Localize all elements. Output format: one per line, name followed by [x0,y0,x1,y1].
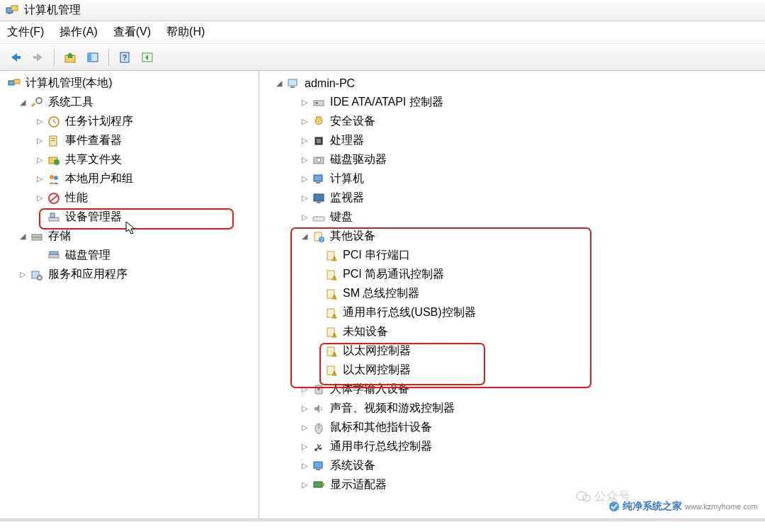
expand-arrow-icon[interactable]: ▷ [299,422,310,434]
tree-system-devices[interactable]: ▷ 系统设备 [259,456,765,475]
tree-disk-mgmt[interactable]: ▷ 磁盘管理 [0,246,259,265]
tree-sound[interactable]: ▷ 声音、视频和游戏控制器 [259,399,765,418]
tree-pci-comm[interactable]: ! PCI 简易通讯控制器 [259,265,765,284]
expand-arrow-icon[interactable]: ▷ [17,269,28,281]
tree-root-pc[interactable]: ◢ admin-PC [259,74,765,93]
label: 通用串行总线(USB)控制器 [343,305,476,320]
expand-arrow-icon[interactable]: ▷ [34,116,45,128]
label: 共享文件夹 [65,152,122,167]
show-hide-tree-button[interactable] [83,47,103,67]
tree-sm-bus[interactable]: ! SM 总线控制器 [259,284,765,303]
left-tree-pane[interactable]: 计算机管理(本地) ◢ 系统工具 ▷ 任务计划程序 ▷ 事件查看器 ▷ 共享文件… [0,71,259,519]
properties-button[interactable] [137,47,157,67]
label: 计算机管理(本地) [26,76,113,91]
help-button[interactable]: ? [115,47,135,67]
collapse-arrow-icon[interactable]: ◢ [273,78,285,89]
tree-performance[interactable]: ▷ 性能 [0,188,259,208]
tree-unknown-device[interactable]: ! 未知设备 [259,322,765,341]
svg-rect-4 [33,56,38,59]
tree-other-devices[interactable]: ◢ ? 其他设备 [259,227,765,246]
expand-arrow-icon[interactable]: ▷ [34,135,45,147]
label: 计算机 [330,171,364,186]
label: IDE ATA/ATAPI 控制器 [330,95,443,110]
menu-action[interactable]: 操作(A) [60,25,97,40]
label: 显示适配器 [330,477,387,492]
tree-monitors[interactable]: ▷ 监视器 [259,188,765,208]
label: 监视器 [330,191,364,205]
svg-rect-33 [290,86,295,88]
tree-device-manager[interactable]: ▷ 设备管理器 [0,208,259,227]
expand-arrow-icon[interactable]: ▷ [299,480,310,491]
tree-root-local[interactable]: 计算机管理(本地) [0,74,259,93]
unknown-device-icon: ! [324,307,339,319]
label: 声音、视频和游戏控制器 [330,401,455,416]
svg-rect-67 [319,448,322,450]
expand-arrow-icon[interactable]: ▷ [34,174,45,185]
expand-arrow-icon[interactable]: ▷ [299,212,310,223]
label: admin-PC [305,77,355,90]
app-icon [6,4,18,17]
collapse-arrow-icon[interactable]: ◢ [17,97,28,108]
tree-local-users[interactable]: ▷ 本地用户和组 [0,169,259,188]
expand-arrow-icon[interactable]: ▷ [299,174,310,185]
svg-point-21 [54,176,58,180]
tree-event-viewer[interactable]: ▷ 事件查看器 [0,131,259,150]
cpu-icon [312,135,326,147]
back-button[interactable] [6,47,26,67]
expand-arrow-icon[interactable]: ▷ [299,135,310,147]
menu-view[interactable]: 查看(V) [113,25,151,40]
tree-ide-ata[interactable]: ▷ IDE ATA/ATAPI 控制器 [259,93,765,112]
tree-display-adapters[interactable]: ▷ 显示适配器 [259,475,765,494]
up-button[interactable] [60,47,80,67]
svg-rect-16 [51,138,55,139]
expand-arrow-icon[interactable]: ▷ [34,193,45,204]
watermark-url: www.kzmyhome.com [685,502,758,511]
tree-security-devices[interactable]: ▷ 安全设备 [259,112,765,131]
menu-file[interactable]: 文件(F) [7,25,44,40]
expand-arrow-icon[interactable]: ▷ [299,441,310,453]
tree-disk-drives[interactable]: ▷ 磁盘驱动器 [259,150,765,169]
tree-keyboards[interactable]: ▷ 键盘 [259,208,765,227]
tree-ethernet-1[interactable]: ! 以太网控制器 [259,341,765,361]
expand-arrow-icon[interactable]: ▷ [34,154,45,166]
expand-arrow-icon[interactable]: ▷ [299,97,310,108]
forward-button[interactable] [28,47,48,67]
label: SM 总线控制器 [343,286,419,301]
label: 任务计划程序 [65,114,133,129]
event-icon [47,135,61,147]
mouse-icon [312,421,326,434]
tree-mouse[interactable]: ▷ 鼠标和其他指针设备 [259,418,765,437]
svg-rect-37 [317,139,321,143]
label: 本地用户和组 [65,171,133,186]
collapse-arrow-icon[interactable]: ◢ [299,231,310,242]
computer-cat-icon [312,173,326,186]
expand-arrow-icon[interactable]: ▷ [299,193,310,204]
tree-task-scheduler[interactable]: ▷ 任务计划程序 [0,112,259,131]
tree-processors[interactable]: ▷ 处理器 [259,131,765,150]
expand-arrow-icon[interactable]: ▷ [299,116,310,128]
tree-usb-unknown[interactable]: ! 通用串行总线(USB)控制器 [259,303,765,322]
tree-computer-cat[interactable]: ▷ 计算机 [259,169,765,188]
tree-storage[interactable]: ◢ 存储 [0,227,259,246]
expand-arrow-icon[interactable]: ▷ [299,154,310,166]
tree-ethernet-2[interactable]: ! 以太网控制器 [259,361,765,380]
unknown-device-icon: ! [324,326,339,339]
expand-arrow-icon[interactable]: ▷ [299,403,310,414]
tree-usb[interactable]: ▷ 通用串行总线控制器 [259,437,765,456]
tree-shared-folders[interactable]: ▷ 共享文件夹 [0,150,259,169]
expand-arrow-icon[interactable]: ▷ [299,384,310,395]
right-tree-pane[interactable]: ◢ admin-PC ▷ IDE ATA/ATAPI 控制器 ▷ 安全设备 ▷ … [259,71,765,519]
svg-point-74 [609,502,619,511]
label: 磁盘管理 [65,248,110,263]
expand-arrow-icon[interactable]: ▷ [299,460,310,472]
collapse-arrow-icon[interactable]: ◢ [17,231,28,242]
svg-rect-7 [88,53,91,62]
tree-system-tools[interactable]: ◢ 系统工具 [0,93,259,112]
tree-hid[interactable]: ▷ 人体学输入设备 [259,380,765,399]
menu-help[interactable]: 帮助(H) [166,25,205,40]
tree-pci-serial[interactable]: ! PCI 串行端口 [259,246,765,265]
tree-services-apps[interactable]: ▷ 服务和应用程序 [0,265,259,284]
svg-rect-25 [32,234,42,237]
disk-icon [312,154,326,166]
label: 未知设备 [343,324,388,339]
